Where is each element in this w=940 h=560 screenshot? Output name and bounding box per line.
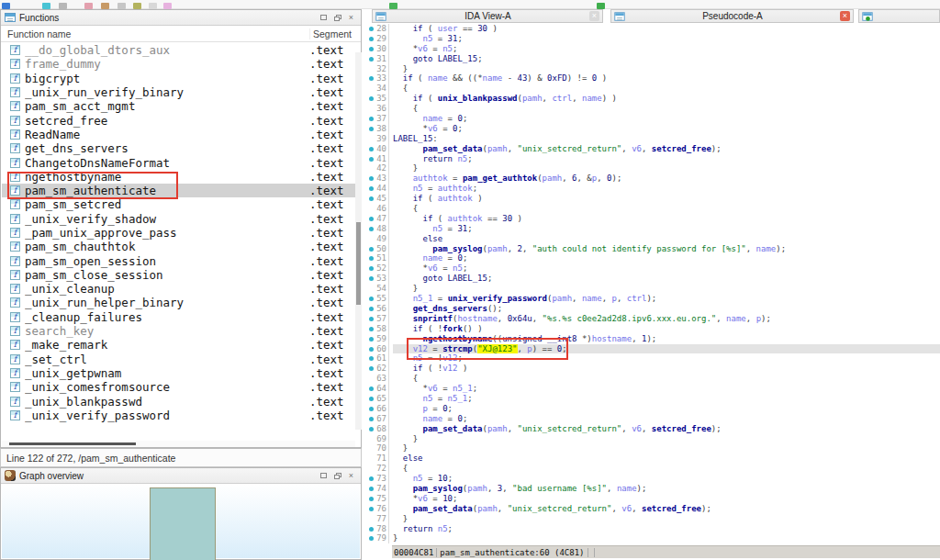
function-row[interactable]: f_unix_verify_shadow.text — [2, 212, 355, 226]
function-row[interactable]: fframe_dummy.text — [2, 57, 355, 71]
function-row[interactable]: f_unix_getpwnam.text — [2, 366, 355, 380]
function-row[interactable]: fpam_sm_authenticate.text — [2, 184, 355, 197]
code-line[interactable]: 60v12 = strcmp("XJ@123", p) == 0; — [367, 344, 940, 354]
code-line[interactable]: 32} — [367, 64, 940, 74]
code-line[interactable]: 33if ( name && ((*name - 43) & 0xFD) != … — [367, 73, 940, 84]
graph-overview-canvas[interactable] — [2, 485, 360, 558]
code-line[interactable]: 75*v6 = 10; — [367, 494, 940, 504]
code-line[interactable]: 76pam_set_data(pamh, "unix_setcred_retur… — [367, 504, 940, 514]
graph-node-rect[interactable] — [150, 487, 216, 560]
pseudocode-view[interactable]: 28if ( user == 30 )29n5 = 31;30*v6 = n5;… — [367, 24, 940, 560]
functions-titlebar[interactable]: Functions × — [1, 10, 361, 26]
functions-vertical-scrollbar[interactable] — [355, 52, 362, 430]
code-line[interactable]: 71else — [367, 454, 940, 464]
code-line[interactable]: 36{ — [367, 104, 940, 114]
function-row[interactable]: fbigcrypt.text — [2, 72, 355, 85]
tab-ida-view-a[interactable]: IDA View-A × — [372, 9, 603, 23]
code-line[interactable]: 68pam_set_data(pamh, "unix_setcred_retur… — [367, 424, 940, 434]
close-icon[interactable]: × — [347, 472, 355, 480]
code-line[interactable]: 63{ — [367, 374, 940, 384]
code-line[interactable]: 56get_dns_servers(); — [367, 304, 940, 314]
toolbar-icon[interactable] — [2, 3, 10, 9]
function-row[interactable]: f_cleanup_failures.text — [2, 310, 355, 324]
code-line[interactable]: 28if ( user == 30 ) — [367, 24, 940, 34]
functions-list-header[interactable]: Function name Segment — [1, 26, 361, 42]
toolbar-icon[interactable] — [149, 3, 157, 9]
function-row[interactable]: fChangetoDnsNameFormat.text — [2, 155, 355, 169]
function-row[interactable]: fsearch_key.text — [2, 324, 355, 338]
code-line[interactable]: 46{ — [367, 204, 940, 214]
restore-icon[interactable] — [333, 472, 341, 480]
function-row[interactable]: f_unix_verify_password.text — [2, 409, 355, 422]
code-line[interactable]: 48n5 = 31; — [367, 224, 940, 234]
maximize-icon[interactable] — [319, 14, 328, 22]
code-line[interactable]: 74pam_syslog(pamh, 3, "bad username [%s]… — [367, 484, 940, 494]
function-row[interactable]: f_unix_comesfromsource.text — [2, 380, 355, 394]
code-line[interactable]: 62if ( !v12 ) — [367, 364, 940, 374]
tab-extra-window[interactable] — [858, 9, 940, 23]
toolbar-icon[interactable] — [389, 3, 397, 9]
toolbar-icon[interactable] — [163, 3, 172, 9]
toolbar-icon[interactable] — [118, 3, 126, 9]
code-line[interactable]: 53goto LABEL_15; — [367, 274, 940, 284]
code-line[interactable]: 38*v6 = 0; — [367, 124, 940, 134]
graph-overview-titlebar[interactable]: Graph overview × — [1, 468, 361, 484]
code-line[interactable]: 40pam_set_data(pamh, "unix_setcred_retur… — [367, 144, 940, 154]
toolbar-icon[interactable] — [133, 3, 141, 9]
code-line[interactable]: 49else — [367, 234, 940, 244]
function-row[interactable]: fpam_sm_close_session.text — [2, 268, 355, 282]
code-line[interactable]: 79} — [367, 533, 940, 543]
code-line[interactable]: 41return n5; — [367, 154, 940, 164]
code-line[interactable]: 31goto LABEL_15; — [367, 54, 940, 64]
function-row[interactable]: f_pam_unix_approve_pass.text — [2, 226, 355, 240]
code-line[interactable]: 69} — [367, 434, 940, 444]
function-row[interactable]: f_set_ctrl.text — [2, 353, 355, 366]
code-line[interactable]: 47if ( authtok == 30 ) — [367, 214, 940, 224]
code-line[interactable]: 45if ( authtok ) — [367, 194, 940, 204]
function-row[interactable]: fngethostbyname.text — [2, 170, 355, 184]
tab-pseudocode-a[interactable]: Pseudocode-A × — [610, 9, 854, 23]
code-line[interactable]: 70} — [367, 443, 940, 454]
function-row[interactable]: fsetcred_free.text — [2, 113, 355, 127]
code-line[interactable]: 52*v6 = n5; — [367, 263, 940, 274]
code-line[interactable]: 30*v6 = n5; — [367, 44, 940, 54]
function-row[interactable]: fget_dns_servers.text — [2, 141, 355, 155]
code-line[interactable]: 72{ — [367, 464, 940, 474]
function-row[interactable]: f_unix_blankpasswd.text — [2, 394, 355, 408]
code-line[interactable]: 59ngethostbyname((unsigned __int8 *)host… — [367, 334, 940, 344]
code-line[interactable]: 34{ — [367, 84, 940, 94]
close-icon[interactable]: × — [589, 11, 599, 21]
code-line[interactable]: 35if ( unix_blankpasswd(pamh, ctrl, name… — [367, 94, 940, 104]
function-row[interactable]: f_unix_cleanup.text — [2, 282, 355, 296]
function-row[interactable]: fReadName.text — [2, 128, 355, 141]
code-line[interactable]: 54} — [367, 284, 940, 294]
code-line[interactable]: 57snprintf(hostname, 0x64u, "%s.%s c0ee2… — [367, 314, 940, 324]
code-line[interactable]: 64*v6 = n5_1; — [367, 384, 940, 394]
close-icon[interactable]: × — [840, 11, 850, 21]
code-line[interactable]: 50pam_syslog(pamh, 2, "auth could not id… — [367, 244, 940, 254]
code-line[interactable]: 43authtok = pam_get_authtok(pamh, 6, &p,… — [367, 174, 940, 184]
code-line[interactable]: 39LABEL_15: — [367, 134, 940, 144]
toolbar-icon[interactable] — [84, 3, 93, 9]
toolbar-icon[interactable] — [59, 3, 67, 9]
function-row[interactable]: fpam_sm_open_session.text — [2, 253, 355, 267]
column-function-name[interactable]: Function name — [1, 28, 310, 39]
code-line[interactable]: 37name = 0; — [367, 114, 940, 124]
toolbar-icon[interactable] — [597, 3, 605, 9]
toolbar-icon[interactable] — [101, 3, 109, 9]
code-line[interactable]: 65n5 = n5_1; — [367, 394, 940, 404]
function-row[interactable]: f__do_global_dtors_aux.text — [2, 43, 355, 57]
code-line[interactable]: 67name = 0; — [367, 414, 940, 424]
function-row[interactable]: f_unix_run_verify_binary.text — [2, 85, 355, 99]
function-row[interactable]: fpam_sm_setcred.text — [2, 197, 355, 211]
function-row[interactable]: fpam_sm_acct_mgmt.text — [2, 99, 355, 113]
close-icon[interactable]: × — [347, 14, 355, 22]
code-line[interactable]: 78return n5; — [367, 524, 940, 534]
code-line[interactable]: 44n5 = authtok; — [367, 184, 940, 194]
code-line[interactable]: 51name = 0; — [367, 253, 940, 263]
code-line[interactable]: 42} — [367, 163, 940, 174]
code-line[interactable]: 73n5 = 10; — [367, 474, 940, 484]
code-line[interactable]: 77} — [367, 514, 940, 524]
code-line[interactable]: 55n5_1 = unix_verify_password(pamh, name… — [367, 294, 940, 304]
code-line[interactable]: 66p = 0; — [367, 404, 940, 414]
